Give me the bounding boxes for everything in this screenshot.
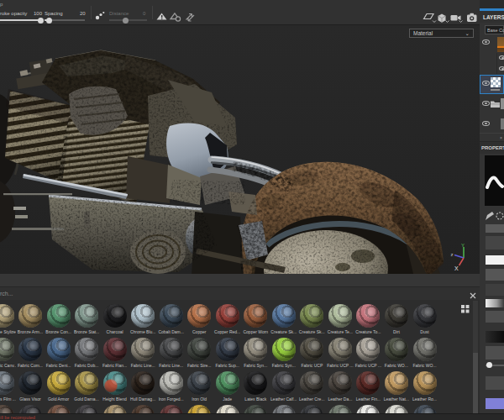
- svg-text:z: z: [451, 252, 454, 257]
- svg-text:X: X: [454, 265, 459, 271]
- svg-text:Y: Y: [461, 243, 465, 248]
